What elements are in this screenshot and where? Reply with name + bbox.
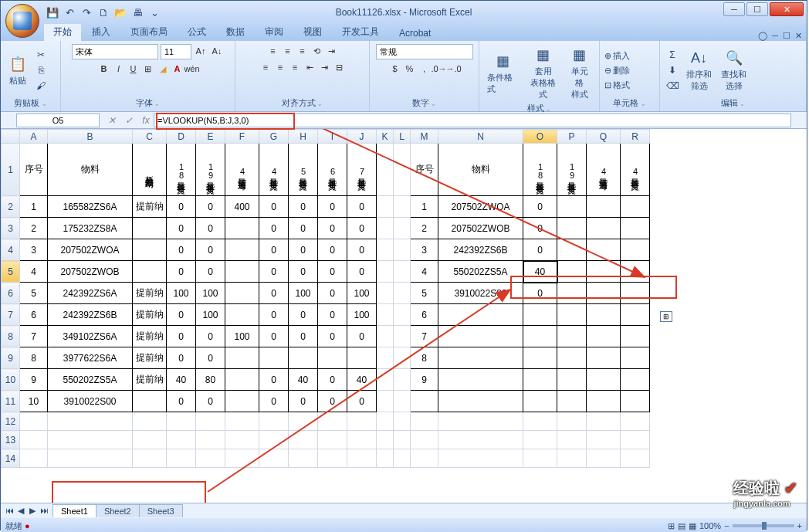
header-cell[interactable]: 物料 — [438, 144, 523, 196]
cell[interactable]: 7 — [411, 326, 438, 347]
cell[interactable] — [225, 304, 259, 326]
cell[interactable] — [557, 449, 587, 468]
cell[interactable] — [411, 391, 438, 412]
zoom-level[interactable]: 100% — [699, 521, 721, 530]
cell[interactable] — [394, 412, 411, 431]
tab-数据[interactable]: 数据 — [217, 23, 254, 41]
cell[interactable]: 0 — [523, 239, 557, 261]
cell[interactable] — [394, 144, 411, 196]
cell[interactable] — [48, 449, 133, 468]
cell[interactable] — [621, 369, 650, 391]
cell[interactable]: 242392ZS6A — [48, 283, 133, 304]
cell[interactable] — [259, 347, 289, 369]
cell[interactable] — [438, 326, 523, 347]
cell[interactable] — [225, 431, 259, 449]
format-button[interactable]: ⊡ 格式 — [604, 80, 630, 91]
header-cell[interactable]: 序号 — [411, 144, 438, 196]
header-cell[interactable]: 序号 — [20, 144, 48, 196]
cell[interactable] — [587, 391, 621, 412]
cell[interactable]: 40 — [347, 369, 377, 391]
smart-tag-icon[interactable]: ⊞ — [660, 311, 672, 322]
cell[interactable] — [438, 369, 523, 391]
cell[interactable] — [621, 431, 650, 449]
name-box[interactable]: O5 — [16, 114, 100, 127]
cell[interactable]: 8 — [411, 347, 438, 369]
sheet-nav-last-icon[interactable]: ⏭ — [39, 506, 49, 516]
cell[interactable] — [20, 412, 48, 431]
cell[interactable]: 100 — [347, 304, 377, 326]
font-size-combo[interactable]: 11 — [161, 44, 191, 59]
cell[interactable] — [196, 412, 225, 431]
cell[interactable] — [259, 431, 289, 449]
cell[interactable] — [438, 431, 523, 449]
cell[interactable] — [394, 326, 411, 347]
cell[interactable]: 提前纳 — [133, 283, 167, 304]
zoom-slider[interactable] — [733, 524, 794, 527]
align-top-icon[interactable]: ≡ — [266, 44, 280, 58]
cell[interactable]: 100 — [167, 283, 196, 304]
format-painter-icon[interactable]: 🖌 — [33, 79, 49, 93]
cell[interactable] — [394, 283, 411, 304]
cell[interactable]: 400 — [225, 196, 259, 218]
cell[interactable]: 0 — [259, 304, 289, 326]
cell[interactable]: 3910022S00 — [438, 283, 523, 304]
cell[interactable] — [523, 412, 557, 431]
tab-插入[interactable]: 插入 — [83, 23, 120, 41]
sheet-tab-Sheet2[interactable]: Sheet2 — [96, 504, 140, 517]
cell[interactable] — [621, 283, 650, 304]
cell[interactable]: 207502ZWOA — [438, 196, 523, 218]
sheet-nav-first-icon[interactable]: ⏮ — [4, 506, 15, 516]
cell[interactable]: 0 — [318, 304, 347, 326]
cell[interactable] — [557, 239, 587, 261]
cell[interactable] — [557, 369, 587, 391]
cell[interactable] — [318, 412, 347, 431]
cell[interactable] — [394, 431, 411, 449]
tab-页面布局[interactable]: 页面布局 — [121, 23, 177, 41]
cell[interactable] — [587, 239, 621, 261]
col-header-K[interactable]: K — [377, 130, 394, 144]
cell[interactable]: 40 — [523, 261, 557, 283]
cell[interactable]: 5 — [20, 283, 48, 304]
col-header-C[interactable]: C — [133, 130, 167, 144]
enter-formula-icon[interactable]: ✓ — [121, 114, 137, 127]
cell[interactable] — [557, 283, 587, 304]
cell[interactable] — [225, 412, 259, 431]
cell[interactable] — [394, 261, 411, 283]
cell[interactable]: 提前纳 — [133, 369, 167, 391]
cell[interactable]: 550202ZS5A — [438, 261, 523, 283]
cell[interactable]: 0 — [318, 326, 347, 347]
cell[interactable]: 100 — [347, 283, 377, 304]
cell[interactable]: 0 — [167, 347, 196, 369]
cell[interactable] — [621, 326, 650, 347]
cell[interactable] — [394, 239, 411, 261]
col-header-L[interactable]: L — [394, 130, 411, 144]
cell[interactable] — [133, 431, 167, 449]
clear-icon[interactable]: ⌫ — [665, 79, 680, 93]
open-icon[interactable]: 📂 — [113, 5, 127, 19]
cell[interactable]: 提前纳 — [133, 347, 167, 369]
sheet-tab-Sheet1[interactable]: Sheet1 — [52, 504, 96, 517]
cell[interactable]: 0 — [347, 326, 377, 347]
col-header-G[interactable]: G — [259, 130, 289, 144]
view-break-icon[interactable]: ▦ — [689, 521, 696, 531]
font-name-combo[interactable]: 宋体 — [72, 44, 158, 59]
cell[interactable]: 0 — [523, 218, 557, 239]
cell[interactable] — [557, 412, 587, 431]
cell[interactable] — [621, 304, 650, 326]
cell[interactable]: 550202ZS5A — [48, 369, 133, 391]
header-cell[interactable]: 19号交货订单量 — [196, 144, 225, 196]
cell[interactable]: 0 — [347, 218, 377, 239]
cell[interactable] — [377, 304, 394, 326]
cell[interactable]: 0 — [289, 239, 318, 261]
cell[interactable] — [411, 449, 438, 468]
maximize-button[interactable]: ☐ — [746, 2, 768, 16]
header-cell[interactable]: 6号交货订单量 — [318, 144, 347, 196]
cell[interactable] — [289, 347, 318, 369]
cell[interactable] — [167, 449, 196, 468]
header-cell[interactable]: 5号交货订单量 — [289, 144, 318, 196]
cell-styles-button[interactable]: ▦单元格 样式 — [565, 44, 594, 102]
cell[interactable] — [587, 347, 621, 369]
cell[interactable] — [438, 449, 523, 468]
qat-more-icon[interactable]: ⌄ — [147, 5, 161, 19]
bold-button[interactable]: B — [97, 62, 111, 76]
